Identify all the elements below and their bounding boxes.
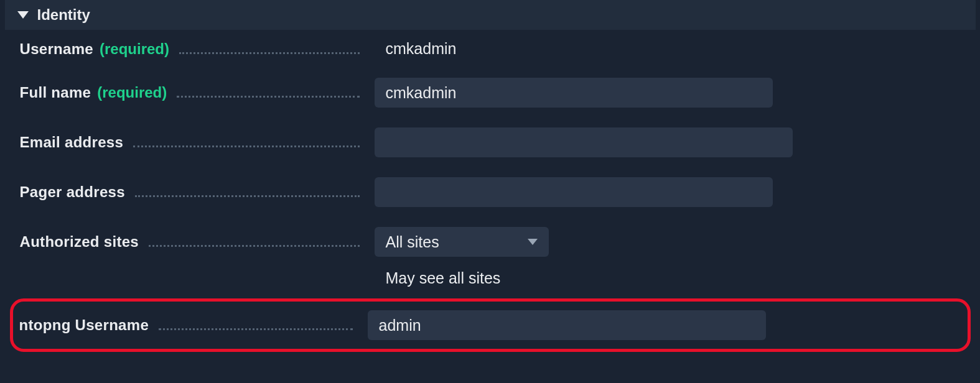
label-text-authsites: Authorized sites [20, 233, 139, 251]
row-username: Username (required) cmkadmin [5, 30, 976, 68]
label-text-ntopng: ntopng Username [19, 316, 149, 334]
ntopng-input[interactable] [368, 310, 766, 340]
label-username: Username (required) [20, 40, 375, 58]
label-ntopng: ntopng Username [19, 316, 368, 334]
collapse-icon [17, 11, 29, 19]
email-input[interactable] [375, 127, 793, 157]
label-text-fullname: Full name [20, 84, 91, 101]
username-value: cmkadmin [375, 40, 457, 58]
row-email: Email address [5, 118, 976, 167]
pager-input[interactable] [375, 177, 773, 207]
authsites-hint-row: May see all sites [360, 267, 976, 296]
fullname-input[interactable] [375, 78, 773, 108]
row-pager: Pager address [5, 167, 976, 217]
dotted-leader [133, 144, 359, 147]
label-text-pager: Pager address [20, 183, 125, 201]
label-fullname: Full name (required) [20, 84, 375, 101]
section-header-identity[interactable]: Identity [5, 0, 976, 30]
label-text-username: Username [20, 40, 93, 58]
chevron-down-icon [528, 239, 538, 245]
required-badge: (required) [100, 40, 169, 58]
dotted-leader [177, 94, 359, 98]
required-badge: (required) [97, 84, 167, 101]
section-title: Identity [37, 6, 90, 24]
authsites-hint: May see all sites [375, 269, 501, 287]
label-text-email: Email address [20, 134, 124, 151]
label-pager: Pager address [20, 183, 375, 201]
authsites-select[interactable]: All sites [375, 227, 549, 257]
authsites-selected: All sites [386, 233, 439, 251]
label-authsites: Authorized sites [20, 233, 375, 251]
dotted-leader [179, 50, 360, 54]
row-authsites: Authorized sites All sites [5, 217, 976, 267]
label-email: Email address [20, 134, 375, 151]
dotted-leader [135, 193, 360, 197]
row-ntopng: ntopng Username [10, 298, 971, 352]
dotted-leader [149, 243, 360, 247]
row-fullname: Full name (required) [5, 68, 976, 118]
dotted-leader [159, 326, 352, 330]
